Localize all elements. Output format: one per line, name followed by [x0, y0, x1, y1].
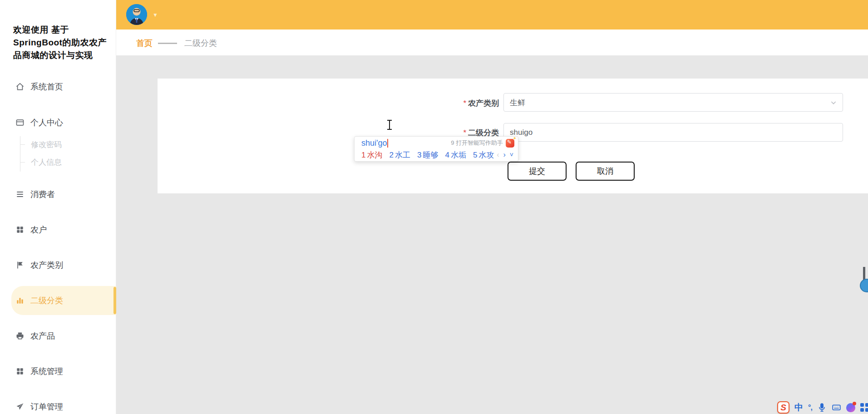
punctuation-icon[interactable]: °, [808, 404, 812, 412]
flag-icon [15, 261, 25, 270]
category-select[interactable]: 生鲜 [503, 93, 843, 112]
sidebar-item-order-management[interactable]: 订单管理 [0, 397, 116, 414]
sidebar: 欢迎使用 基于SpringBoot的助农农产品商城的设计与实现 系统首页 个人中… [0, 0, 116, 414]
sidebar-item-label: 个人中心 [30, 117, 63, 128]
sidebar-subitem-label: 个人信息 [31, 157, 62, 168]
sidebar-item-subcategory[interactable]: 二级分类 [0, 291, 116, 310]
microphone-icon[interactable] [817, 403, 827, 412]
sogou-logo-icon[interactable]: S [777, 401, 789, 414]
sidebar-item-system-management[interactable]: 系统管理 [0, 361, 116, 381]
keyboard-icon[interactable] [832, 403, 841, 412]
category-label: *农产类别 [426, 98, 499, 108]
sidebar-item-personal-info[interactable]: 个人信息 [31, 154, 62, 170]
sidebar-item-farmers[interactable]: 农户 [0, 220, 116, 240]
ime-candidate-2[interactable]: 2水工 [389, 150, 410, 160]
sidebar-item-label: 消费者 [30, 189, 55, 200]
ai-assistant-icon[interactable] [846, 403, 855, 412]
ime-text-caret [387, 139, 388, 148]
sidebar-title: 欢迎使用 基于SpringBoot的助农农产品商城的设计与实现 [13, 24, 107, 62]
breadcrumb: 首页 二级分类 [116, 30, 868, 56]
sidebar-item-profile-center[interactable]: 个人中心 [0, 113, 116, 133]
ime-candidate-1[interactable]: 1水沟 [361, 150, 382, 160]
home-icon [15, 82, 25, 91]
ime-candidates-row: 1水沟 2水工 3睡够 4水垢 5水攻 ‹ › ˅ [355, 148, 518, 161]
sidebar-item-label: 二级分类 [30, 295, 63, 306]
required-asterisk: * [463, 99, 466, 108]
ime-pagination: ‹ › ˅ [497, 151, 513, 158]
prev-page-icon[interactable]: ‹ [497, 151, 499, 158]
grid-icon [15, 225, 25, 234]
chevron-down-icon [830, 99, 837, 106]
cancel-button[interactable]: 取消 [576, 162, 635, 181]
subcategory-input[interactable] [503, 123, 843, 142]
ime-candidate-popup: shui'go 9 打开智能写作助手 1水沟 2水工 3睡够 4水垢 5水攻 ‹… [354, 136, 518, 162]
ime-candidate-5[interactable]: 5水攻 [473, 150, 494, 160]
edge-handle-knob [860, 279, 868, 292]
send-icon [15, 402, 25, 411]
submenu-tree-line [20, 136, 20, 172]
screen: { "app": { "sidebar_title": "欢迎使用 基于Spri… [0, 0, 868, 414]
category-select-value: 生鲜 [510, 98, 525, 108]
sidebar-item-label: 系统管理 [30, 366, 63, 377]
ime-composition-text: shui'go [361, 138, 387, 148]
list-icon [15, 190, 25, 199]
sidebar-item-home[interactable]: 系统首页 [0, 77, 116, 97]
top-header: ▼ [116, 0, 868, 30]
edge-scroll-handle[interactable] [859, 267, 868, 295]
writing-assistant-icon[interactable] [506, 139, 514, 148]
toolbox-icon[interactable] [860, 403, 868, 412]
ime-assistant-hint[interactable]: 9 打开智能写作助手 [451, 139, 503, 147]
submit-button[interactable]: 提交 [508, 162, 567, 181]
chinese-mode-icon[interactable]: 中 [794, 402, 803, 414]
submenu-tree-tick [20, 162, 25, 163]
ime-candidate-3[interactable]: 3睡够 [417, 150, 438, 160]
sidebar-item-label: 系统首页 [30, 81, 63, 92]
user-avatar[interactable] [126, 4, 147, 25]
sidebar-item-product-category[interactable]: 农产类别 [0, 255, 116, 275]
breadcrumb-home-link[interactable]: 首页 [136, 38, 153, 49]
id-card-icon [15, 118, 25, 127]
expand-icon[interactable]: ˅ [510, 152, 513, 158]
next-page-icon[interactable]: › [503, 151, 505, 158]
sidebar-item-products[interactable]: 农产品 [0, 326, 116, 346]
sidebar-item-label: 订单管理 [30, 401, 63, 412]
breadcrumb-current: 二级分类 [184, 38, 217, 49]
printer-icon [15, 331, 25, 340]
ime-composition-row: shui'go 9 打开智能写作助手 [355, 137, 518, 149]
sidebar-item-label: 农产品 [30, 330, 55, 341]
sidebar-item-consumers[interactable]: 消费者 [0, 184, 116, 204]
sidebar-item-change-password[interactable]: 修改密码 [31, 137, 62, 152]
breadcrumb-separator [158, 43, 177, 44]
sidebar-item-label: 农户 [30, 224, 47, 235]
chevron-down-icon[interactable]: ▼ [153, 12, 158, 18]
sidebar-subitem-label: 修改密码 [31, 139, 62, 150]
sidebar-item-label: 农产类别 [30, 260, 63, 271]
submenu-tree-tick [20, 144, 25, 145]
bar-chart-icon [15, 296, 25, 305]
ime-toolbar: S 中 °, [777, 401, 868, 414]
grid-icon [15, 367, 25, 376]
ime-candidate-4[interactable]: 4水垢 [445, 150, 466, 160]
